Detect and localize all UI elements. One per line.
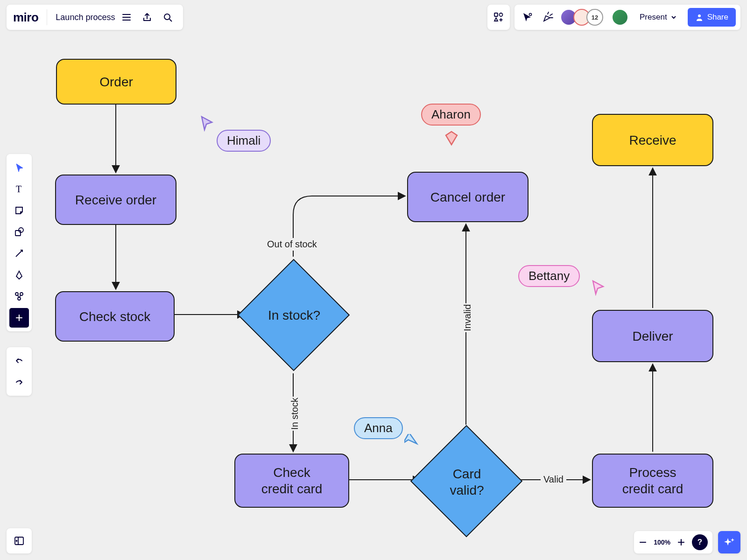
node-order[interactable]: Order	[56, 59, 176, 105]
cursor-label-anna: Anna	[354, 417, 403, 439]
node-label: Order	[99, 74, 133, 90]
svg-line-28	[18, 295, 19, 297]
left-toolbar: T	[7, 154, 32, 331]
reactions-icon[interactable]	[540, 8, 556, 27]
apps-icon	[493, 12, 504, 23]
ai-assist-button[interactable]	[718, 531, 740, 553]
svg-rect-22	[15, 231, 21, 236]
tool-shapes[interactable]	[9, 222, 29, 242]
node-card-valid-decision[interactable]	[410, 425, 522, 537]
node-cancel-order[interactable]: Cancel order	[407, 172, 529, 222]
tool-text[interactable]: T	[9, 179, 29, 199]
node-deliver[interactable]: Deliver	[592, 310, 713, 362]
node-label: Receive	[629, 132, 676, 148]
svg-line-29	[20, 295, 21, 297]
tool-sticky-note[interactable]	[9, 201, 29, 220]
node-label: Deliver	[632, 328, 673, 344]
svg-point-34	[16, 540, 17, 541]
logo[interactable]: miro	[13, 10, 38, 25]
redo-button[interactable]	[9, 372, 29, 392]
help-button[interactable]: ?	[692, 534, 708, 550]
zoom-out-button[interactable]	[639, 538, 647, 546]
bottom-right-controls: 100% ?	[634, 531, 740, 553]
cursor-anna-icon	[404, 434, 419, 448]
edge-label-invalid: Invalid	[459, 303, 476, 332]
current-user-avatar[interactable]	[612, 9, 628, 26]
tool-pen[interactable]	[9, 265, 29, 285]
svg-point-23	[19, 228, 23, 232]
frames-panel-toggle[interactable]	[7, 528, 32, 553]
divider	[47, 9, 47, 25]
cursor-himali-icon	[200, 116, 214, 132]
cursor-label-aharon: Aharon	[421, 104, 481, 126]
node-check-credit-card[interactable]: Check credit card	[234, 454, 349, 508]
cursor-bettany-icon	[591, 280, 605, 296]
share-button[interactable]: Share	[688, 8, 736, 27]
svg-point-20	[698, 14, 701, 17]
svg-line-13	[169, 19, 172, 21]
svg-point-15	[500, 13, 503, 16]
export-icon[interactable]	[138, 8, 156, 26]
person-add-icon	[695, 13, 704, 21]
node-receive-order[interactable]: Receive order	[55, 175, 176, 225]
node-receive[interactable]: Receive	[592, 114, 713, 166]
node-label: Check credit card	[261, 464, 323, 497]
tool-line[interactable]	[9, 244, 29, 263]
svg-line-17	[548, 12, 549, 14]
board-title[interactable]: Launch process	[56, 13, 115, 22]
sparkle-icon	[723, 536, 735, 548]
cursor-label-bettany: Bettany	[518, 265, 580, 287]
zoom-in-button[interactable]	[677, 538, 685, 546]
top-left-panel: miro Launch process	[7, 5, 183, 30]
node-check-stock[interactable]: Check stock	[55, 291, 175, 342]
cursor-aharon-icon	[444, 131, 458, 147]
share-label: Share	[707, 13, 728, 22]
node-label: Process credit card	[622, 464, 684, 497]
svg-line-24	[16, 250, 22, 257]
cursor-mode-icon[interactable]	[519, 8, 535, 27]
chevron-down-icon	[671, 14, 677, 20]
collaborator-avatars[interactable]: 12	[560, 9, 603, 26]
undo-redo-toolbar	[7, 347, 32, 396]
svg-point-27	[18, 297, 21, 300]
svg-line-18	[550, 14, 552, 15]
edge-label-out-of-stock: Out of stock	[264, 238, 320, 251]
search-icon[interactable]	[159, 8, 176, 26]
present-button[interactable]: Present	[633, 5, 683, 30]
avatar-overflow-count[interactable]: 12	[586, 9, 603, 26]
svg-rect-14	[494, 13, 498, 16]
tool-frame[interactable]	[9, 287, 29, 306]
tool-select[interactable]	[9, 158, 29, 177]
cursor-label-himali: Himali	[217, 130, 271, 152]
collab-panel: 12 Present Share	[514, 5, 740, 30]
top-right-panel: 12 Present Share	[487, 5, 740, 30]
zoom-value[interactable]: 100%	[654, 539, 670, 546]
svg-point-16	[529, 14, 532, 16]
node-process-credit-card[interactable]: Process credit card	[592, 454, 713, 508]
zoom-control: 100% ?	[634, 531, 712, 553]
undo-button[interactable]	[9, 351, 29, 371]
node-label: Receive order	[75, 192, 156, 208]
node-in-stock-decision[interactable]	[238, 259, 350, 371]
node-label: Cancel order	[430, 189, 505, 205]
menu-icon[interactable]	[118, 8, 135, 26]
apps-button[interactable]	[487, 5, 510, 30]
present-label: Present	[640, 13, 667, 22]
canvas[interactable]: Order Receive order Check stock Cancel o…	[0, 0, 747, 560]
svg-point-12	[164, 14, 170, 20]
edge-label-in-stock: In stock	[287, 397, 303, 431]
edge-label-valid: Valid	[541, 473, 566, 486]
svg-text:T: T	[16, 184, 21, 194]
node-label: Check stock	[79, 308, 151, 325]
tool-more[interactable]	[9, 308, 29, 328]
